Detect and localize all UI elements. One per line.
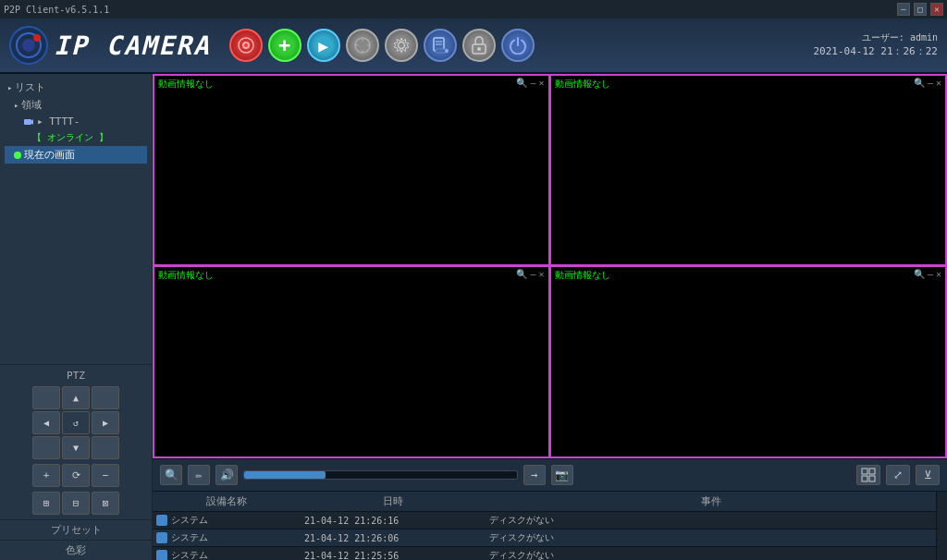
power-icon — [509, 36, 527, 55]
ptz-up-right-button[interactable] — [92, 386, 119, 409]
svg-point-21 — [477, 47, 481, 51]
grid-view-button[interactable] — [856, 465, 880, 485]
log-datetime-cell: 21-04-12 21:26:16 — [301, 513, 486, 528]
preset-label: プリセット — [5, 523, 147, 537]
svg-point-9 — [360, 43, 365, 48]
video-menu-icon-3[interactable]: — — [530, 269, 535, 279]
toolbar-settings-button[interactable] — [385, 29, 418, 62]
log-device-header: 設備名称 — [153, 493, 301, 509]
svg-point-4 — [33, 34, 41, 42]
ptz-zoom-in-button[interactable]: + — [32, 464, 60, 487]
file-icon — [431, 36, 449, 55]
minimize-button[interactable]: — — [897, 3, 910, 16]
maximize-button[interactable]: □ — [914, 3, 927, 16]
device-camera-icon — [23, 116, 34, 128]
video-menu-icon-4[interactable]: — — [928, 269, 933, 279]
user-label: ユーザー: admin — [813, 31, 938, 44]
tree-device[interactable]: ▸ TTTT- — [5, 114, 147, 129]
tree-online[interactable]: 【 オンライン 】 — [5, 129, 147, 146]
log-icon — [156, 532, 167, 543]
app-logo: IP CAMERA — [54, 30, 211, 61]
ptz-left-button[interactable]: ◀ — [32, 411, 60, 434]
play-icon: ▶ — [318, 36, 328, 55]
sidebar: ▸ リスト ▸ 領域 ▸ TTTT- 【 オンライン 】 現在の画面 — [0, 74, 153, 560]
toolbar-ptz-button[interactable] — [346, 29, 379, 62]
toolbar-add-button[interactable]: + — [268, 29, 301, 62]
close-button[interactable]: ✕ — [930, 3, 943, 16]
log-header: 設備名称 日時 事件 — [153, 492, 936, 512]
playback-progress[interactable] — [243, 470, 518, 480]
log-datetime-cell: 21-04-12 21:25:56 — [301, 548, 486, 560]
video-menu-icon-1[interactable]: — — [530, 78, 535, 88]
svg-marker-23 — [31, 119, 33, 125]
ptz-zoom-out-button[interactable]: − — [92, 464, 119, 487]
video-cell-1[interactable]: 動画情報なし 🔍 — ✕ — [153, 74, 550, 266]
video-icons-4: 🔍 — ✕ — [914, 269, 941, 279]
toolbar-recordings-button[interactable] — [424, 29, 457, 62]
video-search-icon-4[interactable]: 🔍 — [914, 269, 925, 279]
tree-region[interactable]: ▸ 領域 — [5, 96, 147, 114]
svg-rect-22 — [24, 119, 31, 125]
ptz-down-button[interactable]: ▼ — [62, 436, 90, 459]
color-label: 色彩 — [5, 543, 147, 557]
toolbar: + ▶ — [229, 29, 814, 62]
ptz-focus-button[interactable]: ⊠ — [92, 492, 119, 515]
toolbar-play-button[interactable]: ▶ — [307, 29, 340, 62]
video-close-icon-4[interactable]: ✕ — [936, 269, 941, 279]
device-tree: ▸ リスト ▸ 領域 ▸ TTTT- 【 オンライン 】 現在の画面 — [0, 74, 152, 364]
svg-rect-26 — [862, 476, 867, 481]
log-scrollbar[interactable] — [936, 492, 947, 560]
video-close-icon-1[interactable]: ✕ — [538, 78, 544, 88]
video-cell-3[interactable]: 動画情報なし 🔍 — ✕ — [153, 266, 550, 458]
ptz-label: PTZ — [5, 370, 147, 382]
log-device-cell: システム — [153, 530, 301, 545]
expand-button[interactable]: ⊻ — [916, 465, 940, 485]
edit-button[interactable]: ✏ — [188, 465, 210, 485]
search-button[interactable]: 🔍 — [160, 465, 182, 485]
datetime-display: ユーザー: admin 2021-04-12 21：26：22 — [813, 31, 938, 58]
video-icons-1: 🔍 — ✕ — [516, 78, 544, 88]
audio-button[interactable]: 🔊 — [215, 465, 238, 485]
video-search-icon-1[interactable]: 🔍 — [516, 78, 527, 88]
forward-button[interactable]: → — [523, 465, 546, 485]
log-table: 設備名称 日時 事件 システム 21-04-12 21:26:16 ディスクがな… — [153, 492, 936, 560]
video-icons-3: 🔍 — ✕ — [516, 269, 544, 279]
ptz-iris-open-button[interactable]: ⊞ — [32, 492, 60, 515]
titlebar-controls: — □ ✕ — [897, 3, 943, 16]
ptz-down-right-button[interactable] — [92, 436, 119, 459]
video-menu-icon-2[interactable]: — — [928, 78, 933, 88]
video-cell-2[interactable]: 動画情報なし 🔍 — ✕ — [550, 74, 948, 266]
snapshot-button[interactable]: 📷 — [551, 465, 573, 485]
titlebar-title: P2P Client-v6.5.1.1 — [4, 5, 109, 15]
ptz-up-left-button[interactable] — [32, 386, 60, 409]
toolbar-power-button[interactable] — [501, 29, 535, 62]
clock-display: 2021-04-12 21：26：22 — [813, 44, 938, 58]
log-row: システム 21-04-12 21:25:56 ディスクがない — [153, 547, 936, 560]
ptz-up-button[interactable]: ▲ — [62, 386, 90, 409]
ptz-right-button[interactable]: ▶ — [92, 411, 119, 434]
video-cell-4[interactable]: 動画情報なし 🔍 — ✕ — [550, 266, 948, 458]
svg-rect-25 — [869, 469, 875, 474]
svg-rect-24 — [862, 469, 867, 474]
fullscreen-button[interactable]: ⤢ — [886, 465, 910, 485]
video-icons-2: 🔍 — ✕ — [914, 78, 941, 88]
toolbar-camera-button[interactable] — [229, 29, 263, 62]
tree-current[interactable]: 現在の画面 — [5, 146, 147, 164]
video-close-icon-2[interactable]: ✕ — [936, 78, 941, 88]
ptz-down-left-button[interactable] — [32, 436, 60, 459]
video-grid: 動画情報なし 🔍 — ✕ 動画情報なし 🔍 — ✕ 動画情報なし 🔍 — [153, 74, 947, 458]
log-event-cell: ディスクがない — [486, 530, 936, 545]
svg-point-14 — [398, 43, 404, 49]
ptz-copy-button[interactable]: ⊟ — [62, 492, 90, 515]
ptz-direction-controls: ▲ ◀ ↺ ▶ ▼ — [5, 386, 147, 459]
video-search-icon-2[interactable]: 🔍 — [914, 78, 925, 88]
video-search-icon-3[interactable]: 🔍 — [516, 269, 527, 279]
video-close-icon-3[interactable]: ✕ — [538, 269, 544, 279]
tree-list[interactable]: ▸ リスト — [5, 79, 147, 96]
ptz-center-button[interactable]: ↺ — [62, 411, 90, 434]
svg-rect-27 — [869, 476, 875, 481]
ptz-auto-button[interactable]: ⟳ — [62, 464, 90, 487]
log-table-wrapper: 設備名称 日時 事件 システム 21-04-12 21:26:16 ディスクがな… — [153, 492, 947, 560]
log-row: システム 21-04-12 21:26:16 ディスクがない — [153, 512, 936, 530]
toolbar-lock-button[interactable] — [462, 29, 496, 62]
